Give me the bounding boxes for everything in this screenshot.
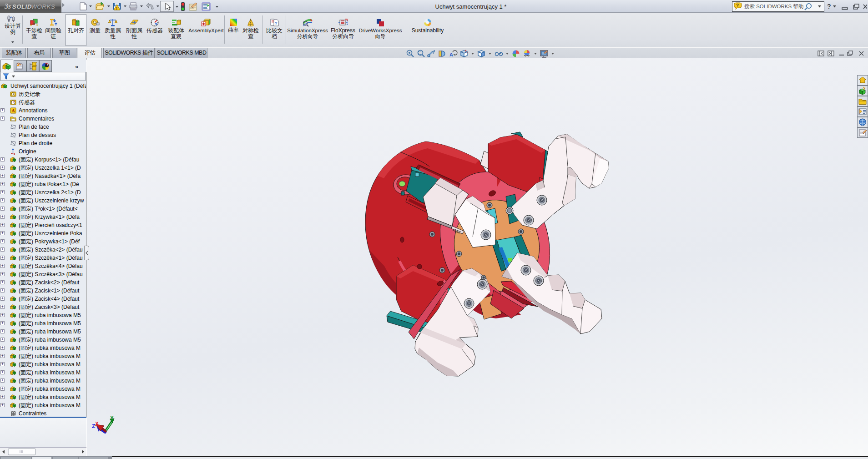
svg-text:?: ?	[275, 21, 278, 25]
svg-text:»: »	[75, 63, 78, 70]
svg-text:WORKS: WORKS	[31, 3, 56, 10]
svg-text:?: ?	[827, 3, 831, 10]
svg-text:!: !	[116, 6, 117, 10]
svg-text:Z: Z	[92, 423, 95, 429]
svg-text:搜索 SOLIDWORKS 帮助: 搜索 SOLIDWORKS 帮助	[744, 4, 803, 9]
svg-text:X: X	[95, 421, 99, 427]
svg-text:SOLID: SOLID	[12, 3, 32, 10]
svg-text:?: ?	[736, 3, 739, 8]
svg-text:A: A	[449, 52, 453, 57]
svg-text:A: A	[12, 108, 15, 113]
svg-text:3s: 3s	[5, 2, 11, 10]
svg-text:Y: Y	[110, 415, 114, 421]
